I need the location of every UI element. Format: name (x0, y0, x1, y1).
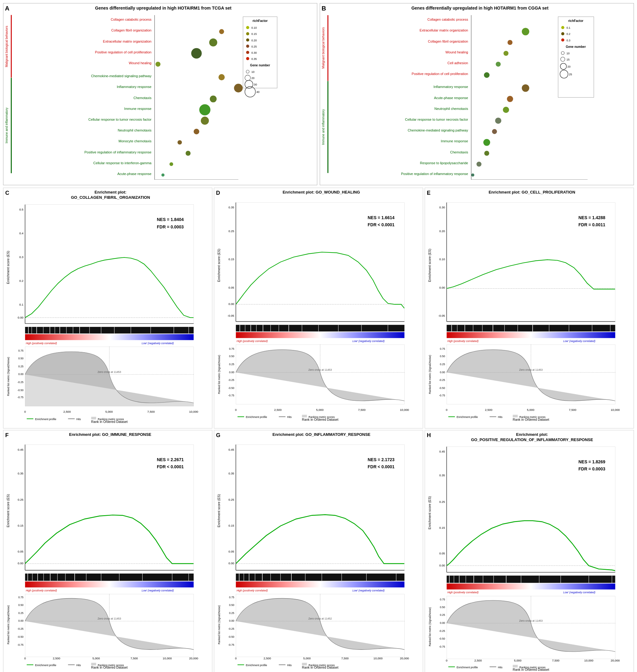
svg-text:0.50: 0.50 (440, 605, 445, 609)
svg-text:Low' (negatively correlated): Low' (negatively correlated) (352, 340, 385, 343)
svg-text:Ranked list metric (Signal2Noi: Ranked list metric (Signal2Noise) (218, 355, 221, 394)
svg-point-40 (194, 129, 199, 134)
panel-d-letter: D (216, 190, 220, 196)
svg-text:Ranking metric scores: Ranking metric scores (309, 416, 335, 419)
svg-text:0.50: 0.50 (18, 603, 23, 606)
svg-text:-0.25: -0.25 (439, 378, 445, 382)
svg-text:NES = 2.1723: NES = 2.1723 (368, 457, 395, 462)
svg-text:0.1: 0.1 (567, 26, 571, 29)
svg-text:High (positively correlated): High (positively correlated) (25, 341, 57, 344)
svg-text:0.00: 0.00 (229, 619, 234, 622)
gsea-plot-e: 0.30 0.20 0.10 0.00 -0.05 Enrichment sco… (427, 197, 632, 426)
svg-text:Acute-phase response: Acute-phase response (117, 172, 151, 176)
svg-text:0.3: 0.3 (19, 255, 23, 259)
svg-text:-0.50: -0.50 (17, 635, 23, 638)
svg-text:-0.25: -0.25 (17, 381, 23, 384)
svg-text:10: 10 (252, 70, 255, 73)
svg-text:-0.25: -0.25 (228, 627, 234, 630)
svg-text:0.2: 0.2 (567, 32, 571, 36)
svg-text:0.75: 0.75 (229, 347, 234, 350)
svg-text:Ranked list metric (Signal2Noi: Ranked list metric (Signal2Noise) (218, 605, 221, 644)
svg-rect-352 (236, 444, 404, 570)
svg-text:0.25: 0.25 (229, 363, 234, 366)
svg-text:0.00: 0.00 (439, 563, 445, 567)
svg-rect-461 (513, 665, 517, 668)
svg-text:0.75: 0.75 (229, 596, 234, 599)
svg-text:Enrichment score (ES): Enrichment score (ES) (217, 494, 221, 528)
svg-text:-0.75: -0.75 (228, 643, 234, 647)
svg-text:-0.50: -0.50 (228, 386, 234, 389)
svg-text:Low' (negatively correlated): Low' (negatively correlated) (563, 340, 595, 343)
svg-text:0.00: 0.00 (229, 371, 234, 374)
svg-text:Ranked list metric (Signal2Noi: Ranked list metric (Signal2Noise) (7, 605, 10, 644)
svg-text:0: 0 (446, 408, 448, 412)
svg-text:FDR = 0.0003: FDR = 0.0003 (157, 224, 184, 229)
svg-text:2,500: 2,500 (485, 408, 492, 412)
svg-text:Wound healing: Wound healing (129, 61, 151, 65)
svg-text:Enrichment profile: Enrichment profile (245, 416, 267, 419)
svg-point-97 (503, 51, 508, 56)
svg-text:0.50: 0.50 (229, 355, 234, 358)
svg-point-104 (492, 129, 497, 134)
svg-text:Positive regulation of cell pr: Positive regulation of cell proliferatio… (412, 72, 468, 76)
svg-text:Response to lipopolysaccharide: Response to lipopolysaccharide (420, 161, 468, 165)
svg-text:0.05: 0.05 (229, 550, 234, 553)
svg-text:High (positively correlated): High (positively correlated) (447, 340, 478, 343)
svg-text:0.75: 0.75 (18, 596, 23, 599)
y-group-immune-b: Immune and inflammatory (322, 81, 328, 173)
panel-g-letter: G (216, 432, 220, 439)
svg-text:7,500: 7,500 (341, 657, 349, 660)
panel-g-title: Enrichment plot: GO_INFLAMMATORY_RESPONS… (222, 432, 421, 437)
svg-text:0.15: 0.15 (252, 32, 257, 36)
svg-point-34 (156, 62, 161, 67)
svg-point-47 (246, 26, 249, 29)
svg-text:0.20: 0.20 (252, 39, 257, 42)
svg-text:0.00: 0.00 (440, 621, 445, 624)
svg-text:NES = 1.8269: NES = 1.8269 (578, 459, 605, 464)
svg-text:Ranking metric scores: Ranking metric scores (309, 664, 335, 667)
svg-point-96 (507, 40, 512, 45)
svg-text:0.00: 0.00 (18, 619, 23, 622)
svg-text:0.25: 0.25 (229, 229, 234, 233)
svg-text:FDR = 0.0011: FDR = 0.0011 (578, 222, 605, 227)
svg-text:Enrichment score (ES): Enrichment score (ES) (428, 249, 432, 282)
svg-text:Extracellular matrix organizat: Extracellular matrix organization (420, 29, 468, 32)
gsea-plot-h: 0.45 0.35 0.25 0.15 0.05 0.00 Enrichment… (427, 443, 632, 672)
svg-text:Gene number: Gene number (566, 45, 586, 49)
svg-point-106 (484, 151, 489, 156)
svg-text:-0.50: -0.50 (439, 386, 445, 389)
svg-text:20: 20 (252, 76, 255, 80)
svg-text:-0.75: -0.75 (17, 396, 23, 399)
svg-point-113 (561, 32, 564, 35)
y-group-malignant-a: Malignant biological behaviors (5, 15, 12, 78)
svg-text:0.45: 0.45 (439, 450, 445, 453)
svg-text:5,000: 5,000 (527, 408, 534, 412)
svg-point-36 (234, 84, 242, 92)
svg-rect-127 (25, 204, 194, 324)
svg-text:Inflammatory response: Inflammatory response (433, 85, 468, 89)
svg-text:Positive regulation of inflamm: Positive regulation of inflammatory resp… (401, 172, 468, 176)
svg-text:High (positively correlated): High (positively correlated) (25, 589, 57, 592)
svg-text:-0.25: -0.25 (17, 627, 23, 630)
svg-rect-241 (447, 202, 615, 322)
svg-text:0.35: 0.35 (229, 205, 234, 209)
svg-text:-0.05: -0.05 (438, 314, 445, 317)
svg-text:0.10: 0.10 (252, 26, 257, 29)
svg-text:Collagen catabolic process: Collagen catabolic process (111, 18, 151, 21)
panel-e-title: Enrichment plot: GO_CELL_PROLIFERATION (432, 190, 632, 195)
svg-text:0.25: 0.25 (18, 365, 23, 368)
svg-text:FDR = 0.0003: FDR = 0.0003 (578, 467, 605, 471)
svg-text:0.25: 0.25 (229, 498, 234, 501)
svg-text:Monocyte chemotaxis: Monocyte chemotaxis (119, 139, 151, 143)
svg-text:Hits: Hits (498, 416, 503, 419)
svg-text:0.00: 0.00 (18, 562, 23, 565)
svg-text:Collagen fibril organization: Collagen fibril organization (428, 39, 468, 43)
svg-text:2,500: 2,500 (53, 657, 60, 660)
svg-text:2,500: 2,500 (63, 410, 71, 413)
svg-text:0.25: 0.25 (440, 363, 445, 366)
gsea-plot-d: 0.35 0.25 0.15 0.05 0.00 -0.05 Enrichmen… (216, 197, 421, 426)
dot-plot-b: Collagen catabolic process Extracellular… (329, 12, 632, 180)
y-group-immune-a: Immune and inflammatory (5, 78, 12, 173)
svg-text:Immune response: Immune response (441, 139, 468, 143)
svg-text:7,500: 7,500 (130, 657, 138, 660)
